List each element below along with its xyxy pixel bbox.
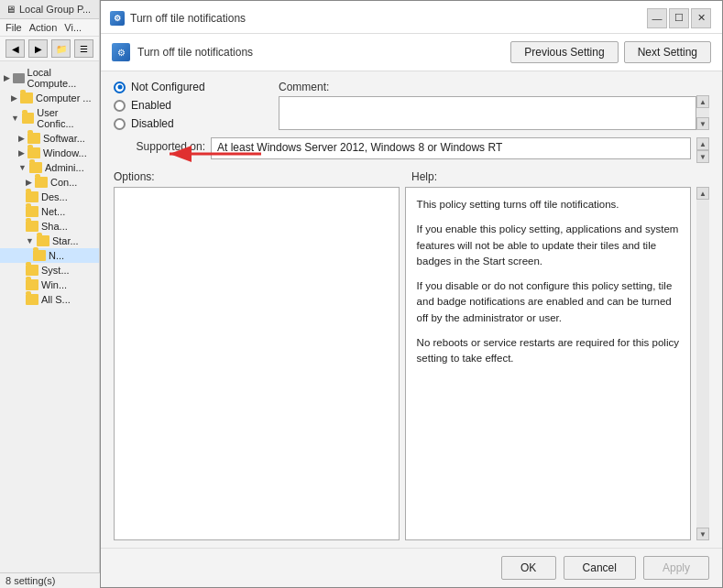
scroll-track: [696, 108, 709, 117]
header-left: ⚙ Turn off tile notifications: [112, 43, 253, 61]
help-box: This policy setting turns off tile notif…: [405, 187, 691, 540]
tree-local-computer[interactable]: ▶ Local Compute...: [0, 65, 99, 91]
help-text-3: If you disable or do not configure this …: [417, 278, 679, 326]
tree-user-config[interactable]: ▼ User Confic...: [0, 105, 99, 131]
options-label: Options:: [114, 170, 411, 183]
tree-windows[interactable]: ▶ Window...: [0, 146, 99, 160]
scroll-up-arrow[interactable]: ▲: [696, 95, 709, 108]
tree-net[interactable]: Net...: [0, 204, 99, 219]
status-text: 8 setting(s): [5, 575, 55, 586]
window-controls: — ☐ ✕: [647, 8, 711, 28]
panel-toolbar: ◀ ▶ 📁 ☰: [0, 37, 99, 61]
dialog-titlebar: ⚙ Turn off tile notifications — ☐ ✕: [101, 1, 722, 34]
radio-enabled[interactable]: Enabled: [114, 99, 279, 112]
folder-icon: [37, 235, 49, 246]
menu-action[interactable]: Action: [29, 22, 58, 33]
tree-des[interactable]: Des...: [0, 190, 99, 204]
radio-not-configured-label: Not Configured: [131, 81, 205, 93]
radio-not-configured-input[interactable]: [114, 82, 126, 93]
tree-view: ▶ Local Compute... ▶ Computer ... ▼ User…: [0, 61, 99, 310]
menu-file[interactable]: File: [5, 22, 22, 33]
toolbar-forward[interactable]: ▶: [28, 39, 48, 58]
help-text-4: No reboots or service restarts are requi…: [417, 335, 679, 367]
scroll-track: [696, 200, 709, 528]
folder-icon: [26, 279, 38, 290]
dialog: ⚙ Turn off tile notifications — ☐ ✕ ⚙ Tu…: [100, 0, 723, 588]
panel-title: Local Group P...: [19, 4, 91, 15]
scroll-up-arrow[interactable]: ▲: [696, 187, 709, 200]
background-panel: 🖥 Local Group P... File Action Vi... ◀ ▶…: [0, 0, 100, 588]
radio-disabled[interactable]: Disabled: [114, 117, 279, 130]
close-button[interactable]: ✕: [691, 8, 711, 28]
content-area: Not Configured Enabled Disabled: [101, 71, 722, 548]
toolbar-back[interactable]: ◀: [5, 39, 25, 58]
folder-icon: [26, 206, 38, 217]
folder-icon: [26, 294, 38, 305]
apply-button[interactable]: Apply: [643, 556, 709, 580]
folder-icon: [26, 191, 38, 202]
comment-label: Comment:: [279, 81, 696, 93]
toolbar-up[interactable]: 📁: [51, 39, 71, 58]
folder-icon: [22, 113, 34, 124]
panel-header: 🖥 Local Group P...: [0, 0, 99, 19]
menu-view[interactable]: Vi...: [64, 22, 82, 33]
panel-icon: 🖥: [5, 4, 16, 15]
content-main: Not Configured Enabled Disabled: [101, 71, 722, 548]
folder-icon: [26, 221, 38, 232]
options-help-row: This policy setting turns off tile notif…: [114, 187, 709, 540]
tree-star[interactable]: ▼ Star...: [0, 234, 99, 248]
folder-icon: [29, 162, 42, 173]
supported-label: Supported on:: [114, 137, 205, 153]
radio-section: Not Configured Enabled Disabled: [114, 81, 279, 130]
dialog-title-area: ⚙ Turn off tile notifications: [110, 11, 246, 26]
status-bar: 8 setting(s): [0, 572, 100, 588]
tree-n[interactable]: N...: [0, 248, 99, 263]
tree-win[interactable]: Win...: [0, 278, 99, 292]
options-box: [114, 187, 400, 540]
tree-sha[interactable]: Sha...: [0, 219, 99, 234]
nav-buttons: Previous Setting Next Setting: [510, 41, 711, 63]
ok-button[interactable]: OK: [501, 556, 556, 580]
header-icon: ⚙: [112, 43, 130, 61]
comment-scrollbar: ▲ ▼: [696, 95, 709, 130]
radio-group: Not Configured Enabled Disabled: [114, 81, 279, 130]
dialog-footer: OK Cancel Apply: [101, 548, 722, 587]
next-setting-button[interactable]: Next Setting: [624, 41, 711, 63]
top-row: Not Configured Enabled Disabled: [114, 81, 709, 130]
tree-syst[interactable]: Syst...: [0, 263, 99, 278]
tree-software[interactable]: ▶ Softwar...: [0, 131, 99, 146]
comment-textarea[interactable]: [279, 96, 696, 130]
supported-scrollbar: ▲ ▼: [696, 137, 709, 163]
scroll-down-arrow[interactable]: ▼: [696, 117, 709, 130]
scroll-down-arrow[interactable]: ▼: [696, 150, 709, 163]
tree-all[interactable]: All S...: [0, 292, 99, 307]
dialog-content: Not Configured Enabled Disabled: [101, 71, 722, 548]
supported-value: At least Windows Server 2012, Windows 8 …: [211, 137, 691, 159]
folder-icon: [26, 265, 38, 276]
minimize-button[interactable]: —: [647, 8, 667, 28]
scroll-down-arrow[interactable]: ▼: [696, 528, 709, 540]
folder-icon: [35, 177, 48, 188]
computer-icon: [13, 73, 25, 83]
radio-not-configured[interactable]: Not Configured: [114, 81, 279, 93]
header-label: Turn off tile notifications: [137, 46, 253, 59]
dialog-header: ⚙ Turn off tile notifications Previous S…: [101, 34, 722, 71]
scroll-up-arrow[interactable]: ▲: [696, 137, 709, 150]
tree-admin[interactable]: ▼ Admini...: [0, 160, 99, 175]
radio-disabled-input[interactable]: [114, 118, 126, 130]
toolbar-list[interactable]: ☰: [74, 39, 93, 58]
radio-enabled-label: Enabled: [131, 99, 171, 112]
panel-menu: File Action Vi...: [0, 19, 99, 37]
tree-con[interactable]: ▶ Con...: [0, 175, 99, 190]
comment-section: Comment:: [279, 81, 696, 130]
dialog-title: Turn off tile notifications: [130, 12, 246, 25]
radio-enabled-input[interactable]: [114, 100, 126, 112]
options-help-labels: Options: Help:: [114, 170, 709, 183]
previous-setting-button[interactable]: Previous Setting: [510, 41, 618, 63]
tree-computer-config[interactable]: ▶ Computer ...: [0, 91, 99, 105]
cancel-button[interactable]: Cancel: [564, 556, 636, 580]
help-scrollbar: ▲ ▼: [696, 187, 709, 540]
maximize-button[interactable]: ☐: [669, 8, 689, 28]
radio-disabled-label: Disabled: [131, 117, 174, 130]
dialog-title-icon: ⚙: [110, 11, 125, 26]
